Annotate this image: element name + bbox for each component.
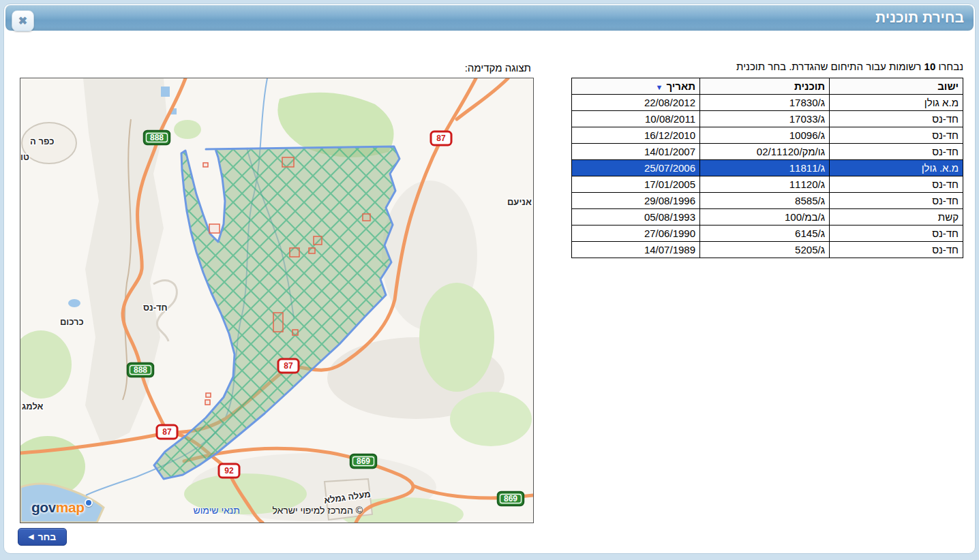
table-row[interactable]: חד-נסג/614527/06/1990	[572, 225, 963, 242]
cell-yishuv[interactable]: חד-נס	[830, 111, 963, 127]
svg-text:87: 87	[436, 134, 446, 143]
cell-yishuv[interactable]: חד-נס	[830, 144, 963, 160]
cell-plan[interactable]: ג/17830	[700, 95, 830, 111]
records-summary: נבחרו 10 רשומות עבור התיחום שהגדרת. בחר …	[736, 61, 963, 72]
cell-date[interactable]: 14/01/2007	[572, 144, 700, 160]
header-yishuv[interactable]: ישוב	[830, 78, 963, 95]
sort-desc-icon: ▼	[656, 83, 663, 91]
table-row[interactable]: חד-נסג/1703310/08/2011	[572, 111, 963, 127]
cell-plan[interactable]: ג/17033	[700, 111, 830, 127]
header-date[interactable]: תאריך▼	[572, 78, 700, 95]
cell-plan[interactable]: ג/11120	[700, 176, 830, 193]
header-plan[interactable]: תוכנית	[700, 78, 830, 95]
road-shield-92: 92	[219, 464, 239, 478]
cell-yishuv[interactable]: חד-נס	[830, 242, 963, 258]
plan-rect	[292, 330, 298, 335]
plan-rect	[309, 248, 315, 253]
cell-yishuv[interactable]: מ.א. גולן	[830, 160, 963, 176]
plan-rect	[203, 163, 208, 167]
place-label: כרכום	[60, 317, 84, 327]
table-row[interactable]: מ.א גולןג/1783022/08/2012	[572, 95, 963, 111]
vegetation	[419, 283, 494, 392]
summary-suffix: רשומות עבור התיחום שהגדרת. בחר תוכנית	[736, 61, 921, 72]
road-shield-869: 869	[498, 492, 524, 505]
road-shield-888: 888	[127, 363, 153, 377]
vegetation	[450, 392, 532, 446]
cell-plan[interactable]: ג/5205	[700, 242, 830, 258]
place-label: חד-נס	[143, 302, 168, 313]
svg-text:869: 869	[357, 456, 370, 466]
road-shield-888: 888	[144, 131, 170, 144]
logo-pin-icon	[85, 499, 93, 507]
plan-rect	[363, 214, 370, 221]
cell-date[interactable]: 22/08/2012	[572, 95, 700, 111]
map-canvas: 88888887878792869869 כפר הטוכרכוםאלמגחד-…	[20, 78, 533, 523]
svg-text:87: 87	[284, 361, 293, 371]
select-button-label: בחר	[37, 531, 56, 542]
cell-plan[interactable]: ג/11811	[700, 160, 830, 176]
svg-text:888: 888	[150, 133, 164, 142]
close-button[interactable]: ✖	[12, 10, 34, 31]
plans-table-body: מ.א גולןג/1783022/08/2012חד-נסג/1703310/…	[572, 95, 963, 258]
plan-selection-dialog: בחירת תוכנית ✖ נבחרו 10 רשומות עבור התיח…	[3, 3, 976, 554]
place-label: אניעם	[507, 197, 532, 207]
cell-plan[interactable]: גו/מק/02/11120	[700, 144, 830, 160]
cell-date[interactable]: 14/07/1989	[572, 242, 700, 258]
vegetation	[174, 120, 201, 139]
plan-rect	[314, 236, 322, 245]
road-shield-87: 87	[431, 131, 451, 145]
cell-plan[interactable]: ג/8585	[700, 193, 830, 209]
terms-of-use-link[interactable]: תנאי שימוש	[194, 505, 241, 516]
table-row[interactable]: קשתג/במ/10005/08/1993	[572, 209, 963, 225]
cell-yishuv[interactable]: מ.א גולן	[830, 95, 963, 111]
table-row[interactable]: חד-נסג/520514/07/1989	[572, 242, 963, 258]
place-label: טו	[20, 152, 29, 162]
cell-plan[interactable]: ג/במ/100	[700, 209, 830, 225]
table-row[interactable]: חד-נסגו/מק/02/1112014/01/2007	[572, 144, 963, 160]
map-copyright: © המרכז למיפוי ישראל	[272, 505, 363, 516]
table-row[interactable]: חד-נסג/858529/08/1996	[572, 193, 963, 209]
page: { "titlebar": { "title": "בחירת תוכנית",…	[0, 0, 979, 560]
cell-plan[interactable]: ג/6145	[700, 225, 830, 242]
select-button[interactable]: בחר ◀	[18, 528, 67, 546]
cell-yishuv[interactable]: חד-נס	[830, 176, 963, 193]
svg-text:87: 87	[162, 427, 172, 437]
svg-text:92: 92	[224, 466, 234, 476]
table-row[interactable]: חד-נסג/1009616/12/2010	[572, 127, 963, 144]
close-icon: ✖	[18, 14, 27, 27]
table-header-row: ישוב תוכנית תאריך▼	[572, 78, 963, 95]
plan-rect	[206, 393, 211, 397]
cell-yishuv[interactable]: חד-נס	[830, 225, 963, 242]
cell-date[interactable]: 25/07/2006	[572, 160, 700, 176]
cell-date[interactable]: 05/08/1993	[572, 209, 700, 225]
cell-plan[interactable]: ג/10096	[700, 127, 830, 144]
svg-text:869: 869	[504, 494, 517, 503]
cell-yishuv[interactable]: קשת	[830, 209, 963, 225]
place-label: אלמג	[22, 401, 44, 411]
preview-label: תצוגה מקדימה:	[465, 62, 531, 74]
plan-rect	[282, 157, 294, 167]
cell-date[interactable]: 27/06/1990	[572, 225, 700, 242]
cell-date[interactable]: 29/08/1996	[572, 193, 700, 209]
plan-rect	[273, 313, 283, 332]
dialog-titlebar: בחירת תוכנית	[5, 5, 974, 31]
road-shield-87: 87	[278, 359, 299, 373]
table-row[interactable]: מ.א. גולןג/1181125/07/2006	[572, 160, 963, 176]
plan-rect	[209, 224, 220, 233]
table-row[interactable]: חד-נסג/1112017/01/2005	[572, 176, 963, 193]
cell-date[interactable]: 16/12/2010	[572, 127, 700, 144]
place-label: כפר ה	[30, 136, 55, 146]
back-arrow-icon: ◀	[29, 533, 34, 540]
cell-date[interactable]: 10/08/2011	[572, 111, 700, 127]
govmap-logo[interactable]: govmap	[31, 499, 94, 516]
cell-date[interactable]: 17/01/2005	[572, 176, 700, 193]
map-preview[interactable]: 88888887878792869869 כפר הטוכרכוםאלמגחד-…	[20, 78, 534, 523]
summary-prefix: נבחרו	[938, 61, 963, 72]
pond	[68, 299, 80, 307]
cell-yishuv[interactable]: חד-נס	[830, 127, 963, 144]
cell-yishuv[interactable]: חד-נס	[830, 193, 963, 209]
dialog-title: בחירת תוכנית	[5, 5, 974, 31]
plan-rect	[205, 400, 210, 405]
plan-rect	[290, 248, 299, 257]
road-shield-87: 87	[157, 425, 177, 439]
